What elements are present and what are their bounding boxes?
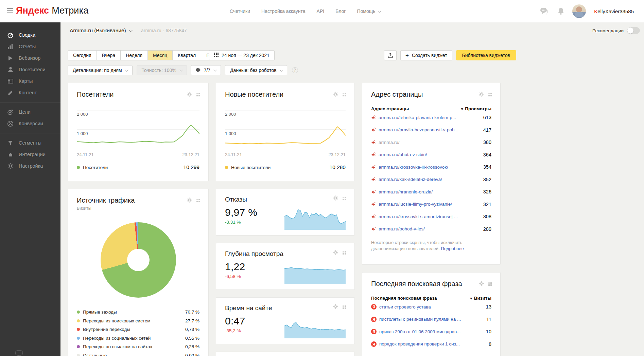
search-phrase-link[interactable]: статьи строевого устава	[379, 304, 431, 310]
export-button[interactable]	[384, 50, 397, 60]
page-url-link[interactable]: armma.ru/tehnika-plavania-krolem-p...	[379, 115, 456, 120]
widget-card-partial	[216, 352, 355, 356]
new-visitors-total: 10 280	[330, 164, 346, 170]
search-phrase-link[interactable]: пистолеты с резиновыми пулями на ...	[379, 317, 461, 322]
views-count: 417	[483, 127, 491, 133]
page-url-link[interactable]: armma.ru/krossovki-s-amortiziruusej-...	[379, 214, 458, 219]
widget-drag-handle-icon[interactable]	[343, 305, 346, 309]
visitors-line-chart: 2 000 1 000	[77, 102, 199, 149]
messages-icon[interactable]	[540, 7, 550, 15]
app-logo[interactable]: ЯндексМетрика	[16, 5, 88, 16]
legend-item[interactable]: Внутренние переходы 0,73 %	[77, 325, 199, 334]
column-url[interactable]: Адрес страницы	[371, 106, 409, 111]
nav-blog[interactable]: Блог	[335, 8, 346, 14]
counter-selector[interactable]: Armma.ru (Выживание)	[70, 27, 132, 34]
widget-drag-handle-icon[interactable]	[343, 197, 346, 201]
counter-meta: armma.ru · 68775847	[141, 28, 187, 33]
sidebar-item-maps[interactable]: Карты	[0, 75, 60, 87]
legend-item[interactable]: Переходы из поисковых систем 27,7 %	[77, 317, 199, 325]
widget-settings-gear-icon[interactable]	[333, 249, 338, 257]
widget-settings-gear-icon[interactable]	[333, 304, 338, 311]
legend-item[interactable]: Переходы по ссылкам на сайтах 0,28 %	[77, 342, 199, 351]
legend-item[interactable]: Остальные 0,02 %	[77, 351, 199, 356]
sidebar-item-goals[interactable]: Цели	[0, 106, 60, 118]
widget-traffic-sources: Источник трафика Визиты Прямые заходы	[68, 189, 209, 356]
help-question-icon[interactable]: ?	[292, 67, 298, 73]
create-widget-button[interactable]: + Создать виджет	[400, 50, 452, 60]
page-url-link[interactable]: armma.ru/ohota-v-sibiri/	[379, 152, 427, 157]
percent-circle-icon	[7, 120, 14, 127]
table-row: armma.ru/krossovka-ili-krossovok/ 354	[371, 161, 491, 173]
page-url-link[interactable]: armma.ru/krossovka-ili-krossovok/	[379, 165, 448, 170]
target-icon	[7, 109, 14, 115]
metrika-link-icon	[371, 177, 376, 182]
page-url-link[interactable]: armma.ru/pravila-bezopasnosti-v-poh...	[379, 127, 458, 132]
notifications-bell-icon[interactable]	[558, 7, 564, 15]
sidebar-item-webvisor[interactable]: Вебвизор	[0, 52, 60, 64]
moderation-filter-button[interactable]: 7/7	[191, 65, 221, 75]
page-url-link[interactable]: armma.ru/hranenie-oruzia/	[379, 189, 433, 194]
legend-item[interactable]: Переходы из социальных сетей 0,55 %	[77, 334, 199, 343]
range-week-button[interactable]: Неделя	[121, 50, 148, 60]
export-icon	[387, 53, 393, 58]
sidebar-divider	[0, 133, 60, 133]
widget-library-button[interactable]: Библиотека виджетов	[456, 50, 517, 60]
column-views-sorted[interactable]: ▼ Просмотры	[460, 106, 491, 111]
search-phrase-link[interactable]: порядок проведения проверки 1 сиз...	[379, 341, 460, 346]
widget-title: Время на сайте	[225, 304, 346, 312]
widget-drag-handle-icon[interactable]	[196, 199, 200, 203]
range-yesterday-button[interactable]: Вчера	[97, 50, 121, 60]
feedback-chat-icon[interactable]	[15, 350, 24, 356]
page-url-link[interactable]: armma.ru/	[379, 140, 400, 145]
widget-settings-gear-icon[interactable]	[187, 91, 192, 98]
toggle-knob	[627, 27, 633, 34]
widget-settings-gear-icon[interactable]	[478, 91, 484, 98]
sidebar-item-visitors[interactable]: Посетители	[0, 64, 60, 75]
range-quarter-button[interactable]: Квартал	[173, 50, 201, 60]
widget-drag-handle-icon[interactable]	[196, 93, 200, 97]
data-mode-filter-button[interactable]: Данные: без роботов	[225, 65, 287, 75]
username[interactable]: KellyXavier33585	[594, 8, 634, 14]
sidebar-item-conversions[interactable]: Конверсии	[0, 118, 60, 129]
widget-settings-gear-icon[interactable]	[187, 197, 192, 204]
column-visits-sorted[interactable]: ▼ Визиты	[469, 296, 491, 301]
widget-drag-handle-icon[interactable]	[488, 282, 492, 286]
widget-drag-handle-icon[interactable]	[488, 93, 492, 97]
sidebar-item-integrations[interactable]: Интеграции	[0, 149, 60, 160]
sidebar-item-summary[interactable]: Сводка	[0, 29, 60, 41]
widget-settings-gear-icon[interactable]	[333, 91, 338, 98]
nav-counters[interactable]: Счетчики	[230, 8, 250, 14]
sidebar-item-segments[interactable]: Сегменты	[0, 137, 60, 149]
range-month-button[interactable]: Месяц	[148, 50, 173, 60]
accuracy-filter-button[interactable]: Точность: 100%	[137, 65, 187, 75]
metrika-link-icon	[371, 152, 376, 157]
sidebar-item-settings[interactable]: Настройка	[0, 160, 60, 172]
nav-help[interactable]: Помощь	[357, 8, 380, 14]
custom-date-range-button[interactable]: 24 ноя — 23 дек 2021	[209, 50, 275, 60]
sidebar-item-reports[interactable]: Отчеты	[0, 41, 60, 52]
pencil-icon	[7, 90, 14, 96]
detail-filter-button[interactable]: Детализация: по дням	[68, 65, 133, 75]
page-url-link[interactable]: armma.ru/kak-sdelat-iz-dereva/	[379, 177, 442, 182]
recommendations-toggle[interactable]	[627, 27, 640, 34]
note-more-link[interactable]: Подробнее	[441, 246, 464, 251]
gear-icon	[7, 163, 14, 169]
page-url-link[interactable]: armma.ru/pohod-v-les/	[379, 226, 425, 231]
nav-api[interactable]: API	[317, 8, 325, 14]
column-phrase[interactable]: Последняя поисковая фраза	[371, 296, 437, 301]
range-today-button[interactable]: Сегодня	[68, 50, 97, 60]
legend-item[interactable]: Прямые заходы 70,7 %	[77, 308, 199, 317]
funnel-icon	[7, 140, 14, 146]
nav-account-settings[interactable]: Настройка аккаунта	[261, 8, 306, 14]
widget-drag-handle-icon[interactable]	[343, 93, 346, 97]
top-header: ЯндексМетрика Счетчики Настройка аккаунт…	[0, 0, 644, 22]
legend-dot	[225, 166, 228, 169]
search-phrase-link[interactable]: приказ 290н от 01 06 2009 минздрав...	[379, 329, 461, 334]
widget-settings-gear-icon[interactable]	[478, 281, 484, 288]
widget-drag-handle-icon[interactable]	[343, 251, 346, 255]
user-avatar[interactable]	[572, 4, 586, 18]
page-url-link[interactable]: armma.ru/lucsie-filmy-pro-vyzivanie/	[379, 202, 452, 207]
widget-settings-gear-icon[interactable]	[333, 195, 338, 202]
sidebar-item-content[interactable]: Контент	[0, 87, 60, 98]
menu-icon[interactable]	[7, 8, 13, 14]
